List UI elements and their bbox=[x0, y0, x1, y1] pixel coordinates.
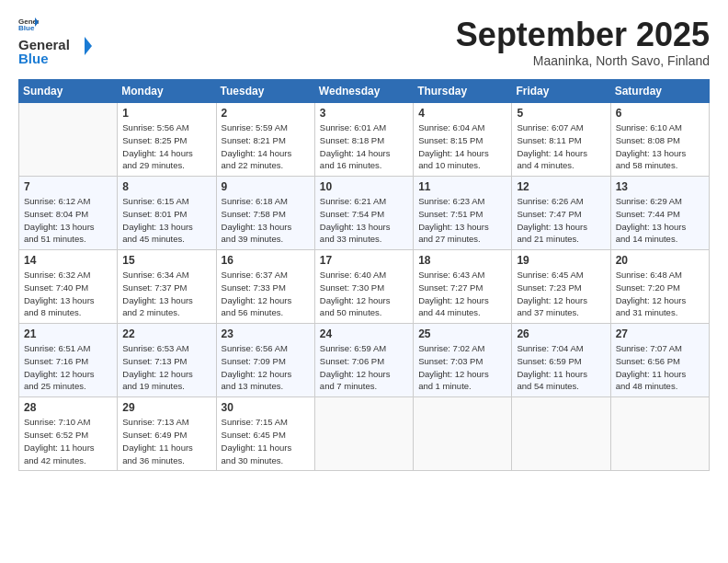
day-number: 16 bbox=[222, 254, 310, 267]
day-info: Sunrise: 5:56 AM Sunset: 8:25 PM Dayligh… bbox=[122, 121, 210, 172]
calendar-cell bbox=[610, 397, 709, 471]
day-info: Sunrise: 6:40 AM Sunset: 7:30 PM Dayligh… bbox=[320, 269, 408, 319]
day-info: Sunrise: 6:43 AM Sunset: 7:27 PM Dayligh… bbox=[418, 269, 506, 319]
day-number: 20 bbox=[616, 254, 704, 267]
calendar-cell: 21Sunrise: 6:51 AM Sunset: 7:16 PM Dayli… bbox=[19, 324, 118, 397]
calendar-cell: 19Sunrise: 6:45 AM Sunset: 7:23 PM Dayli… bbox=[512, 250, 610, 324]
day-number: 12 bbox=[517, 180, 605, 193]
calendar-cell: 27Sunrise: 7:07 AM Sunset: 6:56 PM Dayli… bbox=[610, 324, 709, 397]
day-info: Sunrise: 6:45 AM Sunset: 7:23 PM Dayligh… bbox=[517, 269, 605, 319]
day-number: 10 bbox=[320, 180, 408, 193]
day-number: 22 bbox=[122, 327, 210, 340]
day-info: Sunrise: 6:07 AM Sunset: 8:11 PM Dayligh… bbox=[517, 121, 605, 172]
calendar-cell: 17Sunrise: 6:40 AM Sunset: 7:30 PM Dayli… bbox=[314, 250, 413, 324]
calendar-cell: 11Sunrise: 6:23 AM Sunset: 7:51 PM Dayli… bbox=[414, 177, 512, 250]
day-number: 19 bbox=[517, 254, 605, 267]
logo-bird-icon: General Blue bbox=[18, 33, 92, 66]
day-info: Sunrise: 7:15 AM Sunset: 6:45 PM Dayligh… bbox=[222, 416, 310, 466]
day-number: 24 bbox=[320, 327, 408, 340]
day-info: Sunrise: 7:13 AM Sunset: 6:49 PM Dayligh… bbox=[122, 416, 210, 466]
calendar-cell bbox=[19, 103, 118, 177]
day-info: Sunrise: 5:59 AM Sunset: 8:21 PM Dayligh… bbox=[222, 121, 310, 172]
svg-text:Blue: Blue bbox=[18, 51, 49, 66]
day-number: 6 bbox=[616, 107, 704, 120]
day-number: 13 bbox=[616, 180, 704, 193]
day-info: Sunrise: 6:51 AM Sunset: 7:16 PM Dayligh… bbox=[24, 342, 112, 393]
svg-text:Blue: Blue bbox=[18, 24, 35, 31]
calendar-cell: 4Sunrise: 6:04 AM Sunset: 8:15 PM Daylig… bbox=[414, 103, 512, 177]
day-info: Sunrise: 6:12 AM Sunset: 8:04 PM Dayligh… bbox=[24, 195, 112, 246]
day-number: 2 bbox=[222, 107, 310, 120]
calendar-cell: 22Sunrise: 6:53 AM Sunset: 7:13 PM Dayli… bbox=[118, 324, 216, 397]
day-number: 17 bbox=[320, 254, 408, 267]
day-number: 14 bbox=[24, 254, 112, 267]
calendar-cell: 7Sunrise: 6:12 AM Sunset: 8:04 PM Daylig… bbox=[19, 177, 118, 250]
day-info: Sunrise: 6:53 AM Sunset: 7:13 PM Dayligh… bbox=[122, 342, 210, 393]
week-row: 7Sunrise: 6:12 AM Sunset: 8:04 PM Daylig… bbox=[19, 177, 710, 250]
day-info: Sunrise: 6:10 AM Sunset: 8:08 PM Dayligh… bbox=[616, 121, 704, 172]
title-block: September 2025 Maaninka, North Savo, Fin… bbox=[456, 17, 710, 68]
day-info: Sunrise: 6:48 AM Sunset: 7:20 PM Dayligh… bbox=[616, 269, 704, 319]
day-info: Sunrise: 7:07 AM Sunset: 6:56 PM Dayligh… bbox=[616, 342, 704, 393]
day-number: 26 bbox=[517, 327, 605, 340]
day-number: 4 bbox=[418, 107, 506, 120]
day-info: Sunrise: 6:56 AM Sunset: 7:09 PM Dayligh… bbox=[222, 342, 310, 393]
week-row: 14Sunrise: 6:32 AM Sunset: 7:40 PM Dayli… bbox=[19, 250, 710, 324]
calendar-cell: 28Sunrise: 7:10 AM Sunset: 6:52 PM Dayli… bbox=[19, 397, 118, 471]
calendar-cell: 13Sunrise: 6:29 AM Sunset: 7:44 PM Dayli… bbox=[610, 177, 709, 250]
calendar-cell: 6Sunrise: 6:10 AM Sunset: 8:08 PM Daylig… bbox=[610, 103, 709, 177]
calendar-cell: 14Sunrise: 6:32 AM Sunset: 7:40 PM Dayli… bbox=[19, 250, 118, 324]
day-info: Sunrise: 6:29 AM Sunset: 7:44 PM Dayligh… bbox=[616, 195, 704, 246]
col-sunday: Sunday bbox=[19, 80, 118, 103]
calendar-cell: 29Sunrise: 7:13 AM Sunset: 6:49 PM Dayli… bbox=[118, 397, 216, 471]
day-number: 7 bbox=[24, 180, 112, 193]
page: General Blue General Blue September 2025… bbox=[0, 0, 728, 563]
week-row: 1Sunrise: 5:56 AM Sunset: 8:25 PM Daylig… bbox=[19, 103, 710, 177]
location-subtitle: Maaninka, North Savo, Finland bbox=[456, 53, 710, 68]
calendar-cell: 1Sunrise: 5:56 AM Sunset: 8:25 PM Daylig… bbox=[118, 103, 216, 177]
calendar-cell: 15Sunrise: 6:34 AM Sunset: 7:37 PM Dayli… bbox=[118, 250, 216, 324]
col-tuesday: Tuesday bbox=[216, 80, 314, 103]
day-number: 25 bbox=[418, 327, 506, 340]
day-info: Sunrise: 6:15 AM Sunset: 8:01 PM Dayligh… bbox=[122, 195, 210, 246]
calendar-cell: 30Sunrise: 7:15 AM Sunset: 6:45 PM Dayli… bbox=[216, 397, 314, 471]
week-row: 28Sunrise: 7:10 AM Sunset: 6:52 PM Dayli… bbox=[19, 397, 710, 471]
month-title: September 2025 bbox=[456, 17, 710, 53]
day-info: Sunrise: 6:21 AM Sunset: 7:54 PM Dayligh… bbox=[320, 195, 408, 246]
calendar-cell: 10Sunrise: 6:21 AM Sunset: 7:54 PM Dayli… bbox=[314, 177, 413, 250]
calendar-cell bbox=[314, 397, 413, 471]
day-info: Sunrise: 6:04 AM Sunset: 8:15 PM Dayligh… bbox=[418, 121, 506, 172]
col-saturday: Saturday bbox=[610, 80, 709, 103]
col-friday: Friday bbox=[512, 80, 610, 103]
day-number: 29 bbox=[122, 401, 210, 414]
logo: General Blue General Blue bbox=[18, 17, 92, 70]
calendar-cell: 12Sunrise: 6:26 AM Sunset: 7:47 PM Dayli… bbox=[512, 177, 610, 250]
calendar-cell bbox=[414, 397, 512, 471]
calendar-cell bbox=[512, 397, 610, 471]
day-info: Sunrise: 6:59 AM Sunset: 7:06 PM Dayligh… bbox=[320, 342, 408, 393]
day-number: 21 bbox=[24, 327, 112, 340]
day-number: 23 bbox=[222, 327, 310, 340]
calendar-table: Sunday Monday Tuesday Wednesday Thursday… bbox=[18, 79, 710, 471]
calendar-cell: 24Sunrise: 6:59 AM Sunset: 7:06 PM Dayli… bbox=[314, 324, 413, 397]
logo-icon: General Blue bbox=[18, 17, 39, 31]
day-info: Sunrise: 6:26 AM Sunset: 7:47 PM Dayligh… bbox=[517, 195, 605, 246]
day-info: Sunrise: 6:01 AM Sunset: 8:18 PM Dayligh… bbox=[320, 121, 408, 172]
day-number: 11 bbox=[418, 180, 506, 193]
day-number: 30 bbox=[222, 401, 310, 414]
day-number: 15 bbox=[122, 254, 210, 267]
day-number: 5 bbox=[517, 107, 605, 120]
calendar-cell: 2Sunrise: 5:59 AM Sunset: 8:21 PM Daylig… bbox=[216, 103, 314, 177]
col-wednesday: Wednesday bbox=[314, 80, 413, 103]
calendar-cell: 9Sunrise: 6:18 AM Sunset: 7:58 PM Daylig… bbox=[216, 177, 314, 250]
day-number: 3 bbox=[320, 107, 408, 120]
svg-marker-4 bbox=[85, 37, 92, 55]
calendar-cell: 18Sunrise: 6:43 AM Sunset: 7:27 PM Dayli… bbox=[414, 250, 512, 324]
day-number: 18 bbox=[418, 254, 506, 267]
calendar-cell: 20Sunrise: 6:48 AM Sunset: 7:20 PM Dayli… bbox=[610, 250, 709, 324]
day-number: 27 bbox=[616, 327, 704, 340]
day-number: 8 bbox=[122, 180, 210, 193]
day-number: 9 bbox=[222, 180, 310, 193]
day-info: Sunrise: 7:04 AM Sunset: 6:59 PM Dayligh… bbox=[517, 342, 605, 393]
day-info: Sunrise: 6:23 AM Sunset: 7:51 PM Dayligh… bbox=[418, 195, 506, 246]
